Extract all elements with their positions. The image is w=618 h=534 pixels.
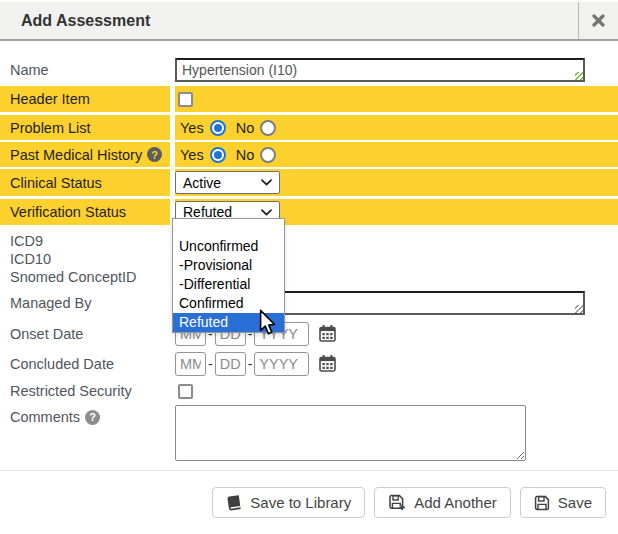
- row-past-medical-history: Past Medical History ? Yes No: [0, 142, 618, 167]
- problem-list-yes-radio[interactable]: [210, 120, 226, 136]
- save-icon: [534, 495, 550, 511]
- row-onset-date: Onset Date - -: [0, 320, 618, 347]
- pmh-no-label: No: [236, 147, 255, 163]
- concluded-month-input[interactable]: [175, 352, 206, 376]
- question-circle-icon[interactable]: ?: [147, 147, 162, 162]
- concluded-calendar-icon[interactable]: [318, 354, 337, 373]
- row-verification-status: Verification Status Refuted: [0, 199, 618, 225]
- dropdown-option-confirmed[interactable]: Confirmed: [173, 294, 284, 313]
- dialog-footer: Save to Library Add Another Save: [0, 470, 618, 534]
- name-input[interactable]: [175, 58, 585, 82]
- chevron-down-icon: [261, 209, 272, 216]
- row-header-item: Header Item: [0, 86, 618, 112]
- book-icon: [226, 495, 242, 511]
- add-assessment-dialog: Add Assessment Name Header Item Proble: [0, 0, 618, 534]
- pmh-yes-label: Yes: [180, 147, 204, 163]
- dropdown-option-unconfirmed[interactable]: Unconfirmed: [173, 237, 284, 256]
- row-restricted-security: Restricted Security: [0, 380, 618, 402]
- pmh-no-radio[interactable]: [260, 147, 276, 163]
- close-button[interactable]: [578, 2, 618, 39]
- dialog-body: Name Header Item Problem List Yes No: [0, 43, 618, 461]
- add-another-button[interactable]: Add Another: [374, 487, 511, 518]
- row-name: Name: [0, 56, 618, 84]
- onset-date-label: Onset Date: [0, 326, 170, 342]
- header-item-checkbox[interactable]: [178, 92, 193, 107]
- row-icd9: ICD9: [0, 232, 618, 250]
- dropdown-option-refuted[interactable]: Refuted: [173, 313, 284, 332]
- icd9-label: ICD9: [0, 233, 170, 249]
- onset-calendar-icon[interactable]: [318, 324, 337, 343]
- dropdown-option-differential[interactable]: -Differential: [173, 275, 284, 294]
- concluded-day-input[interactable]: [215, 352, 246, 376]
- row-icd10: ICD10: [0, 250, 618, 268]
- dialog-title: Add Assessment: [0, 12, 150, 30]
- save-to-library-button[interactable]: Save to Library: [212, 487, 365, 518]
- managed-by-label: Managed By: [0, 295, 170, 311]
- problem-list-label: Problem List: [0, 115, 170, 140]
- dialog-titlebar: Add Assessment: [0, 2, 618, 41]
- row-snomed-conceptid: Snomed ConceptID: [0, 268, 618, 286]
- chevron-down-icon: [261, 179, 272, 186]
- restricted-security-label: Restricted Security: [0, 383, 170, 399]
- dropdown-option-blank[interactable]: [173, 219, 284, 237]
- row-comments: Comments ?: [0, 405, 618, 461]
- row-concluded-date: Concluded Date - -: [0, 350, 618, 377]
- name-label: Name: [0, 62, 170, 78]
- comments-label: Comments: [10, 409, 80, 425]
- row-managed-by: Managed By: [0, 290, 618, 316]
- problem-list-no-radio[interactable]: [260, 120, 276, 136]
- row-problem-list: Problem List Yes No: [0, 115, 618, 140]
- problem-list-no-label: No: [236, 120, 255, 136]
- clinical-status-select[interactable]: Active: [175, 171, 280, 194]
- save-button[interactable]: Save: [520, 487, 606, 518]
- close-icon: [592, 14, 605, 27]
- verification-status-dropdown-list: Unconfirmed -Provisional -Differential C…: [172, 218, 285, 333]
- concluded-date-label: Concluded Date: [0, 356, 170, 372]
- dropdown-option-provisional[interactable]: -Provisional: [173, 256, 284, 275]
- concluded-year-input[interactable]: [254, 352, 309, 376]
- problem-list-yes-label: Yes: [180, 120, 204, 136]
- restricted-security-checkbox[interactable]: [178, 384, 193, 399]
- icd10-label: ICD10: [0, 251, 170, 267]
- snomed-conceptid-label: Snomed ConceptID: [0, 269, 170, 285]
- row-clinical-status: Clinical Status Active: [0, 169, 618, 196]
- pmh-yes-radio[interactable]: [210, 147, 226, 163]
- verification-status-label: Verification Status: [0, 199, 170, 225]
- past-medical-history-label: Past Medical History: [10, 147, 142, 163]
- header-item-label: Header Item: [0, 86, 170, 112]
- comments-textarea[interactable]: [175, 405, 526, 461]
- save-plus-icon: [388, 494, 406, 511]
- clinical-status-label: Clinical Status: [0, 169, 170, 196]
- question-circle-icon[interactable]: ?: [85, 410, 100, 425]
